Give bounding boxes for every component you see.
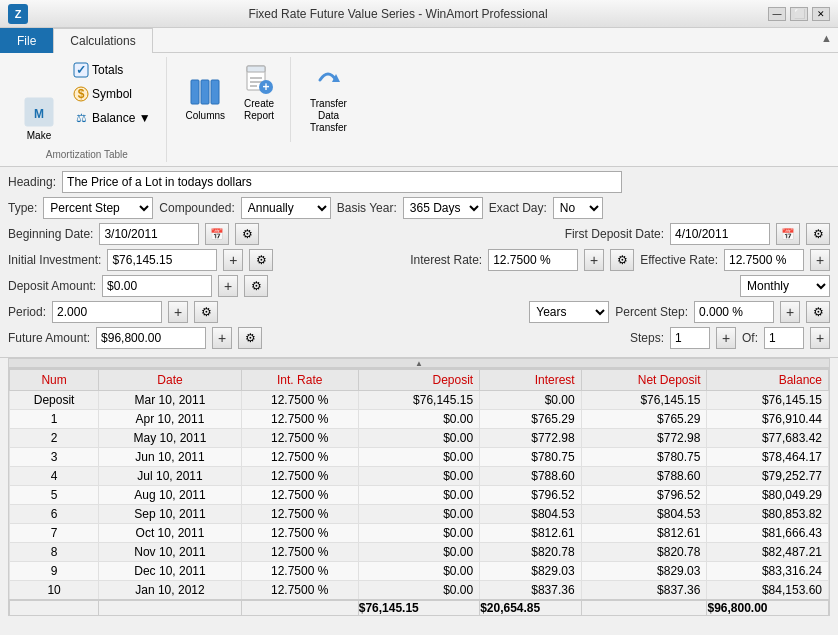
table-row: 6Sep 10, 201112.7500 %$0.00$804.53$804.5… bbox=[10, 505, 829, 524]
transfer-button[interactable]: TransferDataTransfer bbox=[303, 59, 354, 139]
balance-button[interactable]: ⚖ Balance ▼ bbox=[66, 107, 158, 129]
percent-step-input[interactable] bbox=[694, 301, 774, 323]
effective-rate-plus-button[interactable]: + bbox=[810, 249, 830, 271]
cell-7-0: 7 bbox=[10, 524, 99, 543]
ribbon-group-make: M Make ✓ Totals $ bbox=[8, 57, 167, 162]
tab-file[interactable]: File bbox=[0, 28, 53, 53]
cell-2-2: 12.7500 % bbox=[241, 429, 358, 448]
deposit-amount-input[interactable] bbox=[102, 275, 212, 297]
minimize-button[interactable]: — bbox=[768, 7, 786, 21]
interest-rate-input[interactable] bbox=[488, 249, 578, 271]
cell-1-0: 1 bbox=[10, 410, 99, 429]
period-plus-button[interactable]: + bbox=[168, 301, 188, 323]
percent-step-gear-button[interactable]: ⚙ bbox=[806, 301, 830, 323]
first-deposit-input[interactable] bbox=[670, 223, 770, 245]
cell-2-6: $77,683.42 bbox=[707, 429, 829, 448]
data-table: Num Date Int. Rate Deposit Interest Net … bbox=[9, 369, 829, 615]
cell-3-1: Jun 10, 2011 bbox=[99, 448, 241, 467]
ribbon-tabs: File Calculations ▲ bbox=[0, 28, 838, 53]
maximize-button[interactable]: ⬜ bbox=[790, 7, 808, 21]
steps-input[interactable] bbox=[670, 327, 710, 349]
future-amount-input[interactable] bbox=[96, 327, 206, 349]
beginning-date-gear-button[interactable]: ⚙ bbox=[235, 223, 259, 245]
cell-7-3: $0.00 bbox=[358, 524, 479, 543]
deposit-amount-plus-button[interactable]: + bbox=[218, 275, 238, 297]
cell-1-6: $76,910.44 bbox=[707, 410, 829, 429]
close-button[interactable]: ✕ bbox=[812, 7, 830, 21]
deposit-amount-gear-button[interactable]: ⚙ bbox=[244, 275, 268, 297]
initial-investment-plus-button[interactable]: + bbox=[223, 249, 243, 271]
ribbon-collapse-btn[interactable]: ▲ bbox=[815, 28, 838, 52]
make-label: Make bbox=[27, 130, 51, 142]
cell-9-4: $829.03 bbox=[480, 562, 582, 581]
period-input[interactable] bbox=[52, 301, 162, 323]
cell-4-5: $788.60 bbox=[581, 467, 707, 486]
first-deposit-gear-button[interactable]: ⚙ bbox=[806, 223, 830, 245]
cell-1-1: Apr 10, 2011 bbox=[99, 410, 241, 429]
period-unit-select[interactable]: Monthly Annual Weekly bbox=[740, 275, 830, 297]
svg-rect-8 bbox=[201, 80, 209, 104]
columns-button[interactable]: Columns bbox=[179, 71, 232, 127]
cell-2-4: $772.98 bbox=[480, 429, 582, 448]
table-row: 5Aug 10, 201112.7500 %$0.00$796.52$796.5… bbox=[10, 486, 829, 505]
heading-input[interactable] bbox=[62, 171, 622, 193]
of-plus-button[interactable]: + bbox=[810, 327, 830, 349]
cell-9-3: $0.00 bbox=[358, 562, 479, 581]
interest-rate-plus-button[interactable]: + bbox=[584, 249, 604, 271]
steps-plus-button[interactable]: + bbox=[716, 327, 736, 349]
period-label: Period: bbox=[8, 305, 46, 319]
app-icon: Z bbox=[8, 4, 28, 24]
cell-3-6: $78,464.17 bbox=[707, 448, 829, 467]
svg-text:✓: ✓ bbox=[76, 63, 86, 77]
collapse-button[interactable] bbox=[8, 358, 830, 368]
future-amount-gear-button[interactable]: ⚙ bbox=[238, 327, 262, 349]
footer-date bbox=[99, 600, 241, 615]
cell-9-0: 9 bbox=[10, 562, 99, 581]
cell-6-5: $804.53 bbox=[581, 505, 707, 524]
table-row: DepositMar 10, 201112.7500 %$76,145.15$0… bbox=[10, 391, 829, 410]
period-unit2-select[interactable]: Years Months Days bbox=[529, 301, 609, 323]
period-gear-button[interactable]: ⚙ bbox=[194, 301, 218, 323]
deposit-amount-label: Deposit Amount: bbox=[8, 279, 96, 293]
effective-rate-input[interactable] bbox=[724, 249, 804, 271]
cell-8-5: $820.78 bbox=[581, 543, 707, 562]
cell-6-0: 6 bbox=[10, 505, 99, 524]
cell-4-0: 4 bbox=[10, 467, 99, 486]
cell-2-0: 2 bbox=[10, 429, 99, 448]
symbol-button[interactable]: $ Symbol bbox=[66, 83, 158, 105]
cell-8-3: $0.00 bbox=[358, 543, 479, 562]
first-deposit-cal-button[interactable]: 📅 bbox=[776, 223, 800, 245]
cell-2-5: $772.98 bbox=[581, 429, 707, 448]
cell-6-6: $80,853.82 bbox=[707, 505, 829, 524]
investment-row: Initial Investment: + ⚙ Interest Rate: +… bbox=[8, 249, 830, 271]
percent-step-plus-button[interactable]: + bbox=[780, 301, 800, 323]
table-scroll[interactable]: Num Date Int. Rate Deposit Interest Net … bbox=[9, 369, 829, 615]
initial-investment-gear-button[interactable]: ⚙ bbox=[249, 249, 273, 271]
compounded-select[interactable]: Annually Monthly Semi-Annually Quarterly bbox=[241, 197, 331, 219]
type-label: Type: bbox=[8, 201, 37, 215]
cell-10-1: Jan 10, 2012 bbox=[99, 581, 241, 601]
cell-8-6: $82,487.21 bbox=[707, 543, 829, 562]
cell-6-4: $804.53 bbox=[480, 505, 582, 524]
type-select[interactable]: Percent Step Fixed Rate Variable Rate bbox=[43, 197, 153, 219]
type-row: Type: Percent Step Fixed Rate Variable R… bbox=[8, 197, 830, 219]
tab-calculations[interactable]: Calculations bbox=[53, 28, 152, 53]
ribbon-group-columns: Columns + CreateRepo bbox=[171, 57, 291, 142]
create-report-button[interactable]: + CreateReport bbox=[236, 59, 282, 127]
columns-group-label bbox=[229, 129, 232, 140]
initial-investment-input[interactable] bbox=[107, 249, 217, 271]
interest-rate-gear-button[interactable]: ⚙ bbox=[610, 249, 634, 271]
beginning-date-input[interactable] bbox=[99, 223, 199, 245]
of-input[interactable] bbox=[764, 327, 804, 349]
compounded-label: Compounded: bbox=[159, 201, 234, 215]
svg-rect-11 bbox=[247, 66, 265, 72]
exact-day-select[interactable]: No Yes bbox=[553, 197, 603, 219]
beginning-date-cal-button[interactable]: 📅 bbox=[205, 223, 229, 245]
make-button[interactable]: M Make bbox=[16, 91, 62, 147]
cell-5-6: $80,049.29 bbox=[707, 486, 829, 505]
future-amount-plus-button[interactable]: + bbox=[212, 327, 232, 349]
totals-button[interactable]: ✓ Totals bbox=[66, 59, 158, 81]
cell-1-5: $765.29 bbox=[581, 410, 707, 429]
col-date: Date bbox=[99, 370, 241, 391]
basis-year-select[interactable]: 365 Days 360 Days bbox=[403, 197, 483, 219]
